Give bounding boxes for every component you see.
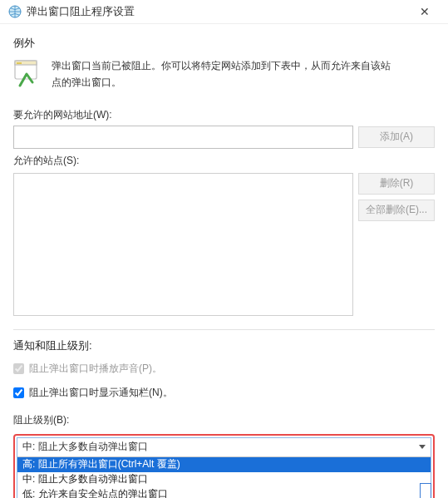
intro-text: 弹出窗口当前已被阻止。你可以将特定网站添加到下表中，从而允许来自该站 点的弹出窗…	[52, 57, 391, 91]
blocking-level-highlight: 中: 阻止大多数自动弹出窗口 高: 阻止所有弹出窗口(Ctrl+Alt 覆盖) …	[13, 434, 435, 498]
exceptions-heading: 例外	[13, 36, 435, 51]
dropdown-list: 高: 阻止所有弹出窗口(Ctrl+Alt 覆盖) 中: 阻止大多数自动弹出窗口 …	[17, 456, 431, 498]
separator	[13, 329, 435, 330]
dialog-titlebar: 弹出窗口阻止程序设置 ✕	[0, 0, 448, 24]
allow-address-label: 要允许的网站地址(W):	[13, 108, 435, 122]
sound-checkbox-row: 阻止弹出窗口时播放声音(P)。	[13, 362, 435, 376]
address-row: 添加(A)	[13, 126, 435, 149]
dialog-title: 弹出窗口阻止程序设置	[27, 4, 408, 19]
remove-button[interactable]: 删除(R)	[358, 173, 435, 195]
chevron-down-icon	[419, 445, 426, 449]
blocking-level-dropdown[interactable]: 中: 阻止大多数自动弹出窗口 高: 阻止所有弹出窗口(Ctrl+Alt 覆盖) …	[17, 437, 431, 498]
dropdown-current[interactable]: 中: 阻止大多数自动弹出窗口	[17, 438, 431, 456]
infobar-checkbox-label: 阻止弹出窗口时显示通知栏(N)。	[29, 386, 173, 400]
close-dialog-button-edge[interactable]	[420, 483, 431, 498]
close-button[interactable]: ✕	[408, 0, 441, 23]
dialog-body: 例外 弹出窗口当前已被阻止。你可以将特定网站添加到下表中，从而允许来自该站 点的…	[0, 24, 448, 498]
allowed-sites-label: 允许的站点(S):	[13, 154, 435, 168]
dropdown-option-low[interactable]: 低: 允许来自安全站点的弹出窗口	[17, 487, 431, 498]
close-icon: ✕	[420, 5, 430, 18]
allowed-sites-area: 删除(R) 全部删除(E)...	[13, 173, 435, 316]
popup-info-icon	[13, 57, 43, 91]
intro-line2: 点的弹出窗口。	[52, 74, 391, 91]
dropdown-current-text: 中: 阻止大多数自动弹出窗口	[22, 440, 148, 454]
popup-blocker-settings-dialog: 弹出窗口阻止程序设置 ✕ 例外 弹出窗口当前已被阻止。你可以将特定网站添加到下表…	[0, 0, 448, 498]
dropdown-option-medium[interactable]: 中: 阻止大多数自动弹出窗口	[17, 472, 431, 487]
infobar-checkbox-row[interactable]: 阻止弹出窗口时显示通知栏(N)。	[13, 386, 435, 400]
sound-checkbox	[13, 363, 24, 374]
blocking-level-label: 阻止级别(B):	[13, 413, 435, 427]
sound-checkbox-label: 阻止弹出窗口时播放声音(P)。	[29, 362, 162, 376]
site-buttons-column: 删除(R) 全部删除(E)...	[358, 173, 435, 221]
app-globe-icon	[8, 5, 22, 18]
allowed-sites-listbox[interactable]	[13, 173, 353, 316]
add-button[interactable]: 添加(A)	[358, 126, 435, 148]
intro-line1: 弹出窗口当前已被阻止。你可以将特定网站添加到下表中，从而允许来自该站	[52, 57, 391, 74]
dropdown-option-high[interactable]: 高: 阻止所有弹出窗口(Ctrl+Alt 覆盖)	[17, 457, 431, 472]
svg-rect-3	[17, 62, 22, 64]
remove-all-button[interactable]: 全部删除(E)...	[358, 200, 435, 221]
notification-heading: 通知和阻止级别:	[13, 338, 435, 353]
allow-address-input[interactable]	[13, 126, 353, 149]
intro-row: 弹出窗口当前已被阻止。你可以将特定网站添加到下表中，从而允许来自该站 点的弹出窗…	[13, 57, 435, 91]
infobar-checkbox[interactable]	[13, 387, 24, 398]
